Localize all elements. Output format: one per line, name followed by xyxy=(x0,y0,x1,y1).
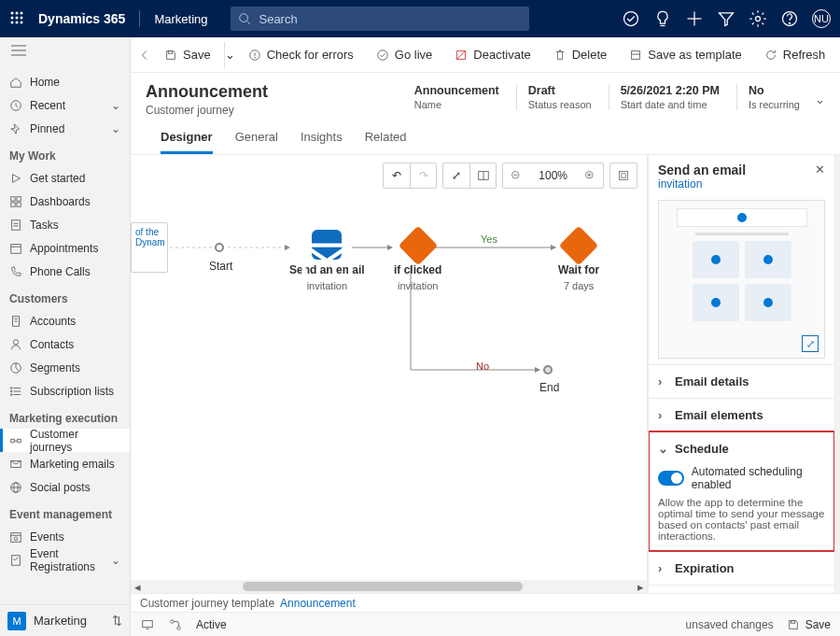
go-live-button[interactable]: Go live xyxy=(367,42,441,68)
header-field-startdate[interactable]: 5/26/2021 2:20 PMStart date and time xyxy=(609,84,720,110)
nav-contacts[interactable]: Contacts xyxy=(0,332,130,356)
add-icon[interactable] xyxy=(685,9,704,28)
svg-rect-51 xyxy=(168,50,172,53)
nav-subscription-lists-label: Subscription lists xyxy=(30,385,114,398)
lightbulb-icon[interactable] xyxy=(653,9,672,28)
node-if-clicked[interactable]: if clicked invitation xyxy=(394,232,441,291)
scroll-thumb[interactable] xyxy=(243,582,523,591)
end-label: End xyxy=(539,381,559,394)
email-elements-label: Email elements xyxy=(675,408,763,422)
help-icon[interactable] xyxy=(780,9,799,28)
check-icon xyxy=(248,49,261,62)
header-field-name[interactable]: AnnouncementName xyxy=(414,84,499,110)
svg-point-32 xyxy=(13,339,18,344)
node-send-email[interactable]: Send an email invitation xyxy=(289,230,365,291)
save-button[interactable]: Save xyxy=(155,42,220,68)
header-expand-button[interactable]: ⌄ xyxy=(815,92,825,106)
svg-point-81 xyxy=(177,626,181,629)
save-as-template-button[interactable]: Save as template xyxy=(620,42,750,68)
nav-collapse-button[interactable] xyxy=(0,37,130,66)
nav-segments[interactable]: Segments xyxy=(0,356,130,379)
device-icon[interactable] xyxy=(140,617,155,632)
nav-events[interactable]: Events xyxy=(0,525,130,548)
delete-icon xyxy=(553,49,567,62)
svg-point-15 xyxy=(756,17,761,21)
breadcrumb-current[interactable]: Announcement xyxy=(280,597,356,610)
save-split-button[interactable]: ⌄ xyxy=(224,42,235,68)
panel-subtitle-link[interactable]: invitation xyxy=(658,177,746,191)
nav-home[interactable]: Home xyxy=(0,70,130,93)
canvas-hscrollbar[interactable]: ◂ ▸ xyxy=(131,580,647,593)
back-button[interactable] xyxy=(138,42,151,68)
node-end[interactable] xyxy=(543,365,553,375)
scroll-right-icon[interactable]: ▸ xyxy=(634,580,647,593)
nav-event-registrations[interactable]: Event Registrations⌄ xyxy=(0,548,130,572)
nav-appointments[interactable]: Appointments xyxy=(0,236,130,260)
close-panel-button[interactable]: ✕ xyxy=(815,163,825,177)
nav-customer-journeys[interactable]: Customer journeys xyxy=(0,429,130,452)
template-icon xyxy=(629,49,642,62)
nav-social-posts[interactable]: Social posts xyxy=(0,475,130,499)
section-description[interactable]: ›Description xyxy=(649,586,834,593)
nav-tasks[interactable]: Tasks xyxy=(0,213,130,236)
svg-point-8 xyxy=(21,21,23,23)
nav-accounts[interactable]: Accounts xyxy=(0,309,130,332)
header-field-recurring[interactable]: NoIs recurring xyxy=(736,84,800,110)
footer-save-label: Save xyxy=(805,618,831,631)
nav-subscription-lists[interactable]: Subscription lists xyxy=(0,379,130,403)
svg-point-38 xyxy=(10,390,12,392)
nav-recent[interactable]: Recent⌄ xyxy=(0,93,130,117)
start-label: Start xyxy=(209,260,232,273)
deactivate-label: Deactivate xyxy=(473,48,530,62)
nav-phone-calls[interactable]: Phone Calls xyxy=(0,260,130,283)
app-launcher-icon[interactable] xyxy=(9,10,24,28)
nav-marketing-emails[interactable]: Marketing emails xyxy=(0,452,130,475)
tab-related[interactable]: Related xyxy=(365,130,407,154)
nav-dashboards[interactable]: Dashboards xyxy=(0,190,130,213)
area-switcher[interactable]: M Marketing ⇅ xyxy=(0,604,130,636)
user-avatar[interactable]: NU xyxy=(812,9,831,28)
flow-icon[interactable] xyxy=(168,617,183,632)
ghost-audience-tile[interactable]: of the Dynam xyxy=(131,222,168,273)
node-start[interactable] xyxy=(215,243,224,252)
section-email-details[interactable]: ›Email details xyxy=(649,365,834,398)
scroll-left-icon[interactable]: ◂ xyxy=(131,580,144,593)
section-expiration[interactable]: ›Expiration xyxy=(649,552,834,585)
tab-insights[interactable]: Insights xyxy=(301,130,343,154)
svg-point-7 xyxy=(16,21,19,23)
footer-save-button[interactable]: Save xyxy=(787,618,831,631)
nav-pinned[interactable]: Pinned⌄ xyxy=(0,117,130,140)
deactivate-button[interactable]: Deactivate xyxy=(445,42,539,68)
header-start-value: 5/26/2021 2:20 PM xyxy=(621,84,720,97)
nav-get-started[interactable]: Get started xyxy=(0,166,130,190)
svg-line-57 xyxy=(457,50,466,59)
header-field-status[interactable]: DraftStatus reason xyxy=(516,84,592,110)
section-schedule-header[interactable]: ⌄Schedule xyxy=(649,432,834,465)
preview-card xyxy=(745,284,791,321)
svg-rect-25 xyxy=(17,202,21,205)
node-wait-for[interactable]: Wait for 7 days xyxy=(558,232,599,291)
nav-social-posts-label: Social posts xyxy=(30,481,91,494)
tab-general[interactable]: General xyxy=(235,130,278,154)
journey-canvas[interactable]: ↶↷ ⤢ 100% of xyxy=(131,155,648,593)
delete-button[interactable]: Delete xyxy=(544,42,617,68)
ifclicked-sub: invitation xyxy=(398,280,438,291)
assistant-icon[interactable] xyxy=(622,9,640,28)
automated-scheduling-toggle[interactable]: Automated scheduling enabled xyxy=(658,465,825,491)
global-search[interactable] xyxy=(231,7,529,31)
nav-segments-label: Segments xyxy=(30,361,80,375)
refresh-button[interactable]: Refresh xyxy=(755,42,835,68)
chevron-right-icon: › xyxy=(658,561,667,575)
search-input[interactable] xyxy=(259,12,522,26)
panel-scrollbar[interactable] xyxy=(834,155,840,593)
breadcrumb-root[interactable]: Customer journey template xyxy=(140,597,274,610)
section-email-elements[interactable]: ›Email elements xyxy=(649,399,834,431)
gear-icon[interactable] xyxy=(749,9,767,28)
check-errors-button[interactable]: Check for errors xyxy=(239,42,363,68)
nav-appointments-label: Appointments xyxy=(30,242,98,255)
chevron-down-icon: ⌄ xyxy=(111,99,120,112)
filter-icon[interactable] xyxy=(717,9,735,28)
expand-preview-button[interactable]: ⤢ xyxy=(802,335,819,352)
status-bar: Active unsaved changes Save xyxy=(131,612,840,636)
tab-designer[interactable]: Designer xyxy=(161,130,213,154)
